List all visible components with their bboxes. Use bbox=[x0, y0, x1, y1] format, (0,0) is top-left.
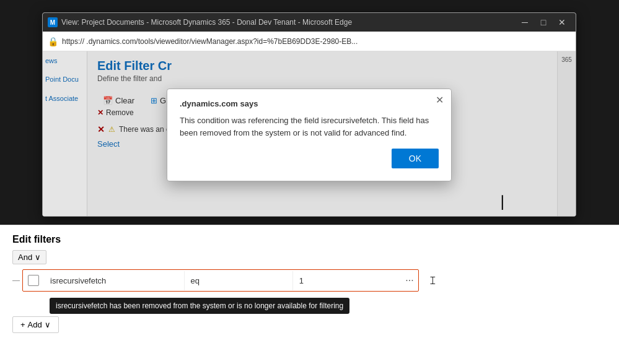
dialog-box: ✕ .dynamics.com says This condition was … bbox=[167, 89, 452, 181]
dialog-footer: OK bbox=[180, 149, 439, 168]
filter-checkbox[interactable] bbox=[28, 275, 39, 286]
dialog-ok-button[interactable]: OK bbox=[392, 149, 439, 168]
minimize-button[interactable]: ─ bbox=[516, 16, 533, 28]
filter-more-button[interactable]: ··· bbox=[401, 270, 418, 291]
maximize-button[interactable]: □ bbox=[535, 16, 552, 28]
bottom-panel: Edit filters And ∨ — isrecursivefetch eq… bbox=[0, 225, 619, 364]
dialog-overlay: ✕ .dynamics.com says This condition was … bbox=[43, 51, 576, 216]
filter-value[interactable]: 1 bbox=[293, 271, 401, 290]
browser-content: ews Point Docu t Associate Edit Filter C… bbox=[43, 51, 576, 216]
browser-controls: ─ □ ✕ bbox=[516, 16, 571, 28]
add-dropdown-icon: ∨ bbox=[45, 320, 51, 329]
filter-field[interactable]: isrecursivefetch bbox=[44, 271, 185, 290]
address-bar-url[interactable]: https:// .dynamics.com/tools/vieweditor/… bbox=[62, 37, 571, 46]
row-handle: — bbox=[12, 276, 17, 285]
browser-titlebar: M View: Project Documents - Microsoft Dy… bbox=[43, 13, 576, 32]
browser-title: View: Project Documents - Microsoft Dyna… bbox=[61, 18, 512, 27]
filter-operator[interactable]: eq bbox=[185, 271, 293, 290]
and-chevron-icon: ∨ bbox=[35, 253, 41, 262]
filter-row-container: And ∨ — isrecursivefetch eq 1 ··· 𝙸 isre… bbox=[0, 250, 619, 292]
and-badge[interactable]: And ∨ bbox=[12, 250, 46, 264]
edit-filters-title: Edit filters bbox=[0, 225, 619, 250]
browser-favicon: M bbox=[48, 17, 58, 27]
browser-addressbar: 🔒 https:// .dynamics.com/tools/viewedito… bbox=[43, 32, 576, 51]
add-label: Add bbox=[28, 320, 42, 329]
add-icon: + bbox=[20, 320, 25, 329]
filter-condition-wrapper: — isrecursivefetch eq 1 ··· 𝙸 isrecursiv… bbox=[12, 269, 607, 292]
dialog-origin: .dynamics.com says bbox=[180, 99, 439, 108]
lock-icon: 🔒 bbox=[48, 37, 58, 46]
text-cursor-icon: 𝙸 bbox=[426, 274, 439, 287]
filter-condition-row: isrecursivefetch eq 1 ··· bbox=[22, 269, 419, 292]
add-button[interactable]: + Add ∨ bbox=[12, 316, 59, 333]
close-button[interactable]: ✕ bbox=[553, 16, 571, 28]
filter-error-tooltip: isrecursivefetch has been removed from t… bbox=[50, 298, 349, 314]
browser-window: M View: Project Documents - Microsoft Dy… bbox=[42, 12, 576, 217]
and-label: And bbox=[18, 253, 32, 262]
dialog-close-button[interactable]: ✕ bbox=[436, 95, 444, 105]
dialog-message: This condition was referencing the field… bbox=[180, 115, 439, 139]
